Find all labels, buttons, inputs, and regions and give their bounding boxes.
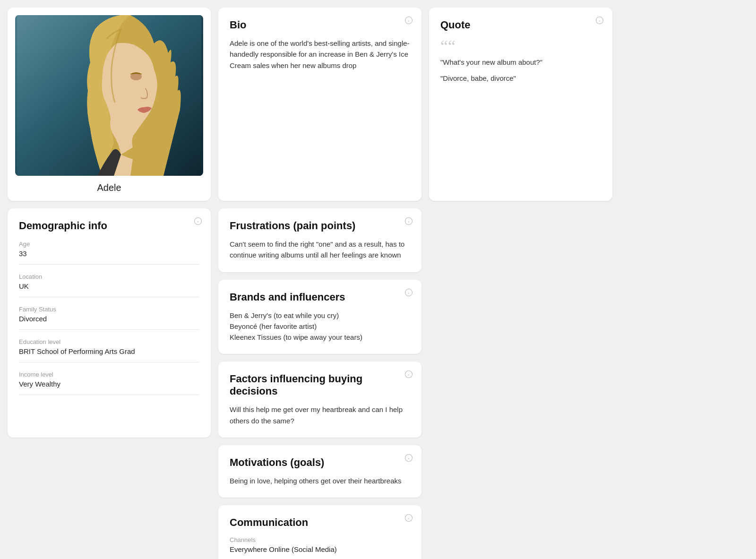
hint-icon-frustrations	[404, 217, 413, 225]
frustrations-card: Frustrations (pain points) Can't seem to…	[218, 208, 421, 272]
brands-title: Brands and influencers	[230, 291, 410, 303]
right-column: Motivations (goals) Being in love, helpi…	[218, 445, 421, 559]
profile-name: Adele	[97, 182, 121, 193]
hint-icon-communication	[404, 514, 413, 522]
education-value: BRIT School of Performing Arts Grad	[19, 347, 199, 362]
frustrations-title: Frustrations (pain points)	[230, 220, 410, 232]
channels-label: Channels	[230, 536, 410, 543]
frustrations-content: Can't seem to find the right "one" and a…	[230, 239, 410, 261]
quote-text: "What's your new album about?" "Divorce,…	[440, 57, 601, 84]
location-field: Location UK	[19, 273, 199, 297]
motivations-title: Motivations (goals)	[230, 456, 410, 469]
demographic-title: Demographic info	[19, 220, 199, 232]
education-field: Education level BRIT School of Performin…	[19, 338, 199, 362]
profile-card: Adele	[8, 8, 211, 201]
family-field: Family Status Divorced	[19, 306, 199, 330]
hint-icon-demo	[194, 217, 202, 225]
hint-icon-motivations	[404, 454, 413, 462]
brands-line3: Kleenex Tissues (to wipe away your tears…	[230, 332, 410, 343]
quote-title: Quote	[440, 19, 601, 31]
age-field: Age 33	[19, 241, 199, 265]
brands-card: Brands and influencers Ben & Jerry's (to…	[218, 280, 421, 354]
channels-value: Everywhere Online (Social Media)	[230, 545, 410, 559]
quote-marks: ““	[440, 38, 601, 55]
brands-line2: Beyoncé (her favorite artist)	[230, 321, 410, 332]
income-label: Income level	[19, 371, 199, 378]
brands-content: Ben & Jerry's (to eat while you cry) Bey…	[230, 310, 410, 343]
education-label: Education level	[19, 338, 199, 345]
communication-card: Communication Channels Everywhere Online…	[218, 505, 421, 559]
income-field: Income level Very Wealthy	[19, 371, 199, 395]
income-value: Very Wealthy	[19, 380, 199, 395]
age-label: Age	[19, 241, 199, 248]
age-value: 33	[19, 249, 199, 265]
hint-icon-buying	[404, 370, 413, 378]
profile-image	[15, 15, 203, 176]
hint-icon-brands	[404, 288, 413, 297]
motivations-card: Motivations (goals) Being in love, helpi…	[218, 445, 421, 498]
middle-column: Frustrations (pain points) Can't seem to…	[218, 208, 421, 438]
brands-line1: Ben & Jerry's (to eat while you cry)	[230, 310, 410, 321]
bio-card: Bio Adele is one of the world's best-sel…	[218, 8, 421, 201]
buying-content: Will this help me get over my heartbreak…	[230, 404, 410, 426]
hint-icon-quote	[595, 16, 604, 25]
family-label: Family Status	[19, 306, 199, 313]
location-value: UK	[19, 282, 199, 297]
buying-title: Factors influencing buying decisions	[230, 373, 410, 397]
communication-title: Communication	[230, 516, 410, 529]
location-label: Location	[19, 273, 199, 280]
quote-card: Quote ““ "What's your new album about?" …	[429, 8, 612, 201]
buying-card: Factors influencing buying decisions Wil…	[218, 361, 421, 438]
family-value: Divorced	[19, 315, 199, 330]
bio-content: Adele is one of the world's best-selling…	[230, 38, 410, 71]
motivations-content: Being in love, helping others get over t…	[230, 475, 410, 486]
channels-section: Channels Everywhere Online (Social Media…	[230, 536, 410, 559]
demographic-card: Demographic info Age 33 Location UK Fami…	[8, 208, 211, 438]
bio-title: Bio	[230, 19, 410, 31]
hint-icon-bio	[404, 16, 413, 25]
